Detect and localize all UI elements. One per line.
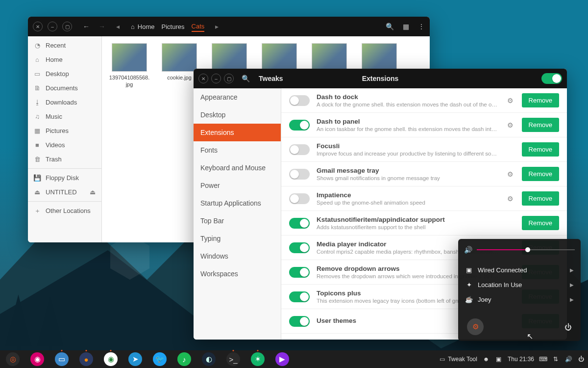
dock-app-spotify[interactable]: ♪ (177, 352, 191, 366)
maximize-icon[interactable]: ▢ (224, 74, 234, 83)
extension-toggle[interactable] (289, 218, 310, 229)
dock-app-firefox[interactable]: ● (79, 352, 93, 366)
dock-app-screenshot[interactable]: ◉ (30, 352, 44, 366)
dropbox-icon[interactable]: ▣ (495, 355, 503, 363)
minimize-icon[interactable]: – (48, 22, 57, 31)
sidebar-item-label: Videos (46, 141, 65, 149)
gear-icon[interactable]: ⚙ (506, 121, 515, 129)
extension-toggle[interactable] (289, 242, 310, 253)
status-row-location-in-use[interactable]: ✦Location In Use▶ (464, 277, 575, 292)
remove-button[interactable]: Remove (522, 167, 559, 181)
path-prev-icon[interactable]: ◂ (112, 21, 123, 32)
network-icon[interactable]: ⇅ (552, 355, 560, 363)
extension-toggle[interactable] (289, 267, 310, 278)
power-tray-icon[interactable]: ⏻ (577, 355, 585, 363)
extensions-master-toggle[interactable] (541, 73, 562, 84)
extension-toggle[interactable] (289, 144, 310, 155)
category-windows[interactable]: Windows (194, 247, 281, 265)
category-extensions[interactable]: Extensions (194, 124, 281, 141)
sidebar-item-desktop[interactable]: ▭Desktop (28, 67, 101, 81)
dock-app-show-apps[interactable]: ◎ (6, 352, 20, 366)
gear-icon[interactable]: ⚙ (506, 170, 515, 178)
sidebar-item-videos[interactable]: ■Videos (28, 138, 101, 152)
power-icon[interactable]: ⏻ (564, 323, 572, 331)
volume-tray-icon[interactable]: 🔊 (564, 355, 572, 363)
extension-toggle[interactable] (289, 193, 310, 204)
dock-app-twitter[interactable]: 🐦 (153, 352, 167, 366)
gear-icon[interactable]: ⚙ (506, 97, 515, 105)
category-startup-applications[interactable]: Startup Applications (194, 194, 281, 212)
path-next-icon[interactable]: ▸ (211, 21, 222, 32)
category-power[interactable]: Power (194, 177, 281, 194)
status-row-joey[interactable]: ☕Joey▶ (464, 292, 575, 307)
search-icon[interactable]: 🔍 (386, 23, 394, 30)
extension-name: Dash to panel (317, 118, 499, 125)
sidebar-item-label: Other Locations (46, 207, 91, 214)
sidebar-other-locations[interactable]: ＋Other Locations (28, 204, 101, 218)
remove-button[interactable]: Remove (522, 118, 559, 132)
category-top-bar[interactable]: Top Bar (194, 212, 281, 230)
dock-app-tweaks[interactable]: ✶ (251, 352, 265, 366)
focused-app-label[interactable]: ▭Tweak Tool (438, 355, 477, 363)
sidebar-item-label: Floppy Disk (46, 174, 79, 182)
maximize-icon[interactable]: ▢ (62, 22, 72, 31)
dock-app-telegram[interactable]: ➤ (128, 352, 142, 366)
hamburger-menu-icon[interactable]: ⋮ (418, 23, 425, 30)
eject-icon[interactable]: ⏏ (90, 188, 96, 196)
volume-slider[interactable] (477, 249, 575, 250)
gear-icon[interactable]: ⚙ (506, 195, 515, 203)
extension-toggle[interactable] (289, 169, 310, 180)
category-appearance[interactable]: Appearance (194, 88, 281, 106)
files-titlebar[interactable]: ✕ – ▢ ← → ◂ ⌂Home Pictures Cats ▸ 🔍 ▦ ⋮ (28, 17, 430, 36)
dock-app-steam[interactable]: ◐ (202, 352, 216, 366)
dock-app-files[interactable]: ▭ (55, 352, 69, 366)
extension-description: Speed up the gnome-shell animation speed (317, 200, 499, 206)
cursor-icon: ↖ (527, 332, 533, 341)
remove-button[interactable]: Remove (522, 191, 559, 206)
sidebar-item-label: Recent (46, 42, 66, 49)
category-desktop[interactable]: Desktop (194, 106, 281, 124)
crumb-pictures[interactable]: Pictures (162, 23, 185, 30)
keyboard-layout-icon[interactable]: ⌨ (539, 355, 547, 363)
nav-back-button[interactable]: ← (81, 21, 92, 32)
minimize-icon[interactable]: – (211, 74, 221, 83)
crumb-cats[interactable]: Cats (192, 23, 205, 32)
dock-app-chrome[interactable]: ◉ (104, 352, 118, 366)
crumb-home[interactable]: ⌂Home (131, 23, 155, 30)
sidebar-item-recent[interactable]: ◔Recent (28, 38, 101, 53)
remove-button[interactable]: Remove (522, 142, 559, 157)
sidebar-item-downloads[interactable]: ⭳Downloads (28, 95, 101, 109)
sidebar-item-music[interactable]: ♫Music (28, 109, 101, 124)
close-icon[interactable]: ✕ (33, 22, 43, 31)
file-thumbnail[interactable]: 1397041085568.jpg (109, 43, 150, 88)
category-keyboard-and-mouse[interactable]: Keyboard and Mouse (194, 159, 281, 177)
sidebar-item-label: Music (46, 113, 62, 120)
close-icon[interactable]: ✕ (198, 74, 208, 83)
category-workspaces[interactable]: Workspaces (194, 265, 281, 283)
sidebar-item-trash[interactable]: 🗑Trash (28, 152, 101, 166)
remove-button[interactable]: Remove (522, 93, 559, 107)
search-icon[interactable]: 🔍 (242, 75, 250, 82)
tweaks-titlebar[interactable]: ✕ – ▢ 🔍 Tweaks Extensions (194, 69, 567, 88)
extension-toggle[interactable] (289, 316, 310, 327)
eth-icon: ▣ (465, 266, 473, 274)
extension-toggle[interactable] (289, 291, 310, 302)
sidebar-item-pictures[interactable]: ▦Pictures (28, 124, 101, 138)
remove-button[interactable]: Remove (522, 216, 559, 230)
sidebar-item-documents[interactable]: 🗎Documents (28, 81, 101, 95)
section-title: Extensions (362, 75, 399, 82)
clock[interactable]: Thu 21:36 (508, 356, 534, 363)
view-grid-icon[interactable]: ▦ (403, 23, 409, 30)
settings-button[interactable]: ⚙ (467, 318, 484, 335)
tray-indicator-icon[interactable]: ☻ (482, 355, 490, 363)
status-row-wired-connected[interactable]: ▣Wired Connected▶ (464, 263, 575, 277)
sidebar-item-home[interactable]: ⌂Home (28, 53, 101, 67)
dock-app-video[interactable]: ▶ (275, 352, 289, 366)
extension-toggle[interactable] (289, 95, 310, 106)
category-fonts[interactable]: Fonts (194, 141, 281, 159)
category-typing[interactable]: Typing (194, 230, 281, 247)
sidebar-device-untitled[interactable]: ⏏UNTITLED⏏ (28, 185, 101, 199)
sidebar-device-floppy-disk[interactable]: 💾Floppy Disk (28, 171, 101, 185)
extension-toggle[interactable] (289, 120, 310, 131)
dock-app-terminal[interactable]: >_ (226, 352, 240, 366)
